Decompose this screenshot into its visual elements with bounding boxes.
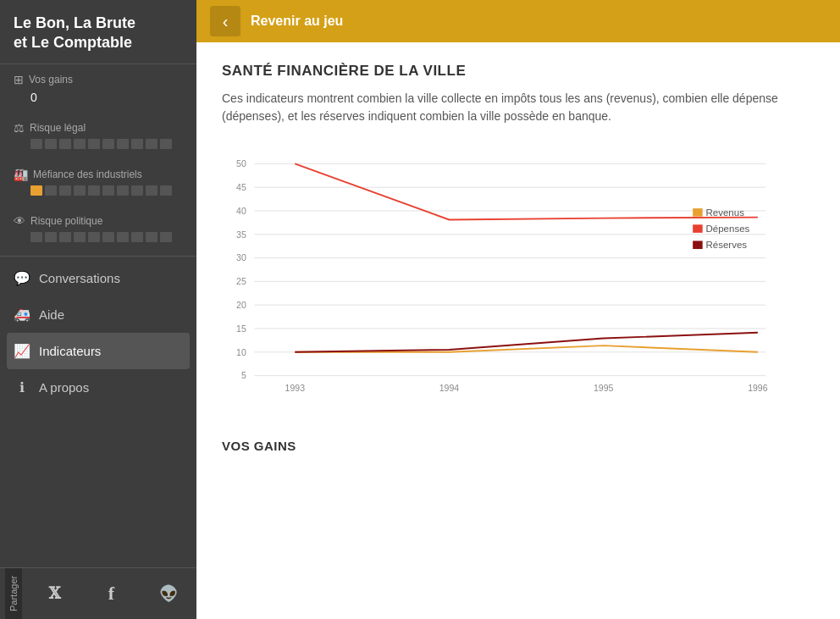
sidebar-divider — [0, 256, 196, 257]
partager-label: Partager — [5, 568, 22, 619]
conversations-label: Conversations — [39, 271, 120, 285]
mefiance-stat: 🏭 Méfiance des industriels — [0, 159, 196, 206]
gains-value: 0 — [14, 91, 183, 104]
facebook-button[interactable]: f — [88, 568, 135, 619]
sidebar: Le Bon, La Brute et Le Comptable ⊞ Vos g… — [0, 0, 196, 619]
reddit-button[interactable]: 👽 — [145, 568, 192, 619]
svg-text:1996: 1996 — [748, 383, 768, 393]
legal-bar — [14, 139, 183, 149]
aide-icon: 🚑 — [14, 307, 30, 323]
legal-label: Risque légal — [30, 122, 86, 134]
sidebar-title: Le Bon, La Brute et Le Comptable — [0, 0, 196, 64]
svg-text:40: 40 — [236, 206, 246, 216]
sidebar-item-apropos[interactable]: ℹ A propos — [0, 369, 196, 406]
sidebar-item-indicateurs[interactable]: 📈 Indicateurs — [7, 333, 190, 369]
svg-text:35: 35 — [236, 229, 246, 240]
svg-text:1995: 1995 — [594, 383, 614, 393]
politique-icon: 👁 — [14, 214, 25, 228]
svg-text:25: 25 — [236, 276, 246, 286]
chart-svg: 50 45 40 35 30 25 20 15 10 5 — [222, 142, 815, 396]
svg-text:45: 45 — [236, 182, 246, 192]
politique-label: Risque politique — [30, 215, 102, 227]
svg-text:1993: 1993 — [285, 383, 306, 393]
gains-stat: ⊞ Vos gains 0 — [0, 64, 196, 113]
legend-revenus-color — [693, 208, 703, 217]
svg-text:50: 50 — [236, 158, 246, 169]
aide-label: Aide — [39, 307, 64, 322]
indicateurs-label: Indicateurs — [39, 344, 101, 358]
conversations-icon: 💬 — [14, 270, 30, 286]
content-area: SANTÉ FINANCIÈRE DE LA VILLE Ces indicat… — [196, 42, 840, 619]
mefiance-bar — [14, 185, 183, 196]
back-button[interactable]: ‹ — [210, 6, 240, 36]
apropos-icon: ℹ — [14, 379, 30, 395]
topbar-title: Revenir au jeu — [251, 14, 343, 29]
mefiance-icon: 🏭 — [14, 168, 28, 181]
legal-icon: ⚖ — [14, 121, 25, 135]
twitter-button[interactable]: 𝕏 — [31, 568, 79, 619]
gains-label: Vos gains — [29, 74, 73, 86]
sidebar-item-aide[interactable]: 🚑 Aide — [0, 296, 196, 333]
social-bar: Partager 𝕏 f 👽 — [0, 567, 196, 619]
risque-legal-stat: ⚖ Risque légal — [0, 113, 196, 159]
depenses-line — [295, 163, 758, 219]
apropos-label: A propos — [39, 380, 89, 395]
section1-title: SANTÉ FINANCIÈRE DE LA VILLE — [222, 63, 815, 80]
legend-depenses-label: Dépenses — [706, 224, 750, 234]
risque-politique-stat: 👁 Risque politique — [0, 206, 196, 252]
topbar: ‹ Revenir au jeu — [196, 0, 840, 42]
svg-text:1994: 1994 — [439, 383, 460, 393]
legend-reserves-label: Réserves — [706, 240, 748, 250]
legend-reserves-color — [693, 240, 703, 249]
svg-text:15: 15 — [236, 323, 246, 334]
section2-title: VOS GAINS — [222, 439, 815, 453]
politique-bar — [14, 232, 183, 242]
main-content: ‹ Revenir au jeu SANTÉ FINANCIÈRE DE LA … — [196, 0, 840, 619]
section1-desc: Ces indicateurs montrent combien la vill… — [222, 90, 815, 125]
svg-text:5: 5 — [241, 370, 246, 380]
mefiance-label: Méfiance des industriels — [33, 169, 142, 180]
svg-text:20: 20 — [236, 300, 246, 310]
svg-text:10: 10 — [236, 347, 246, 357]
svg-text:30: 30 — [236, 252, 246, 263]
gains-icon: ⊞ — [14, 73, 24, 86]
legend-depenses-color — [693, 224, 703, 233]
indicateurs-icon: 📈 — [14, 343, 30, 359]
sidebar-item-conversations[interactable]: 💬 Conversations — [0, 260, 196, 296]
legend-revenus-label: Revenus — [706, 207, 745, 218]
financial-chart: 50 45 40 35 30 25 20 15 10 5 — [222, 142, 815, 413]
